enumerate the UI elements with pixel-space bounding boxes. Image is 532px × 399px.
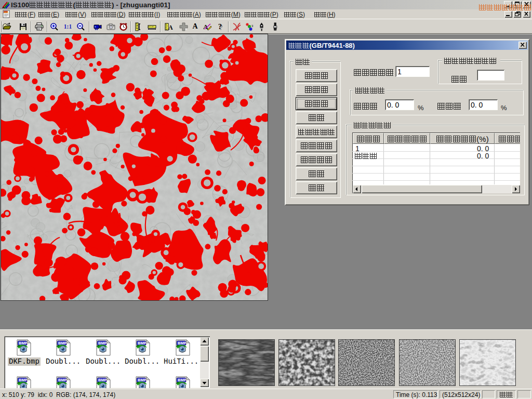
svg-text:DOC: DOC — [4, 11, 9, 14]
svg-text:3: 3 — [251, 24, 254, 28]
svg-text:A: A — [168, 24, 173, 31]
